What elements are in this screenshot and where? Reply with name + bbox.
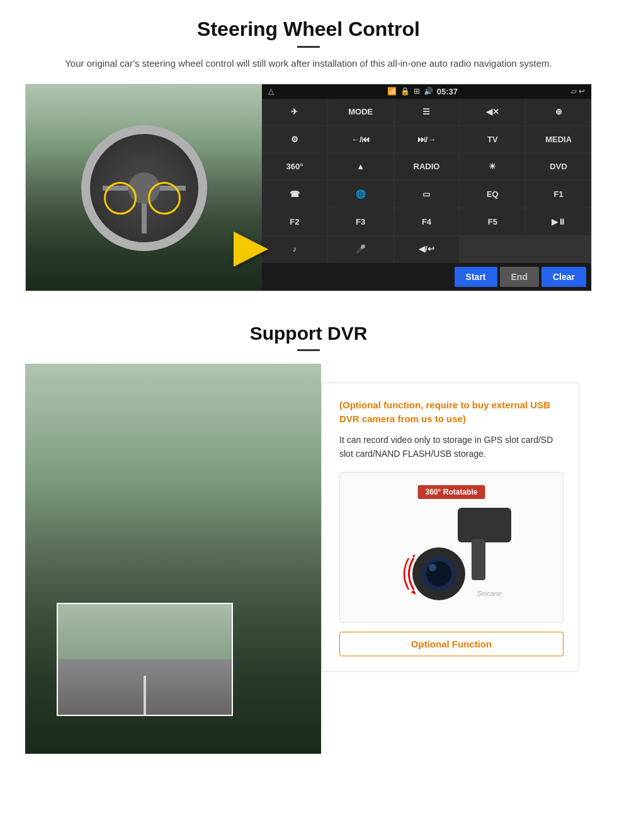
dvr-inset-image	[57, 603, 233, 716]
end-button[interactable]: End	[500, 267, 539, 287]
ui-btn-internet[interactable]: 🌐	[328, 181, 393, 208]
ui-btn-mic[interactable]: 🎤	[328, 236, 393, 263]
lock-icon: 🔒	[400, 87, 410, 96]
volume-icon: 🔊	[424, 87, 433, 96]
ui-btn-f3[interactable]: F3	[328, 208, 393, 235]
arrow-shape	[234, 232, 268, 267]
ui-btn-f4[interactable]: F4	[394, 208, 460, 235]
watermark: Seicane	[477, 590, 502, 597]
ui-btn-nav[interactable]: ✈	[262, 99, 327, 126]
camera-illustration-box: 360° Rotatable	[339, 472, 563, 623]
ui-btn-music[interactable]: ♪	[262, 236, 327, 263]
status-time: 05:37	[437, 87, 458, 96]
page-title: Steering Wheel Control	[25, 18, 592, 41]
inset-road	[58, 659, 232, 715]
dvr-optional-notice: (Optional function, require to buy exter…	[339, 398, 563, 427]
rotatable-badge: 360° Rotatable	[418, 485, 485, 499]
ui-btn-mute[interactable]: ◀✕	[460, 99, 525, 126]
dvr-container: (Optional function, require to buy exter…	[25, 364, 592, 754]
svg-point-5	[429, 564, 436, 571]
status-icons-group: 📶 🔒 ⊞ 🔊 05:37	[387, 87, 458, 96]
dvr-description: It can record video only to storage in G…	[339, 433, 563, 461]
direction-arrow	[234, 232, 268, 267]
highlight-circle-left	[104, 182, 137, 215]
window-controls: ▱ ↩	[571, 87, 585, 96]
ui-btn-mode[interactable]: MODE	[328, 99, 393, 126]
steering-wheel	[81, 125, 207, 251]
dvr-title-divider	[297, 349, 320, 351]
ui-btn-window[interactable]: ▭	[394, 181, 460, 208]
ui-control-panel: △ 📶 🔒 ⊞ 🔊 05:37 ▱ ↩ ✈ MODE ☰	[262, 84, 591, 291]
camera-svg	[395, 501, 521, 608]
support-dvr-section: Support DVR (Optional function, require …	[0, 304, 617, 754]
home-icon: △	[268, 87, 274, 96]
ui-btn-radio[interactable]: RADIO	[394, 154, 460, 181]
ui-btn-settings[interactable]: ⚙	[262, 126, 327, 153]
ui-btn-playpause[interactable]: ▶⏸	[526, 208, 591, 235]
ui-btn-tv[interactable]: TV	[460, 126, 525, 153]
svg-rect-1	[472, 539, 485, 580]
dvr-info-card: (Optional function, require to buy exter…	[321, 383, 579, 673]
button-grid: ✈ MODE ☰ ◀✕ ⊕ ⚙ ←/⏮ ⏭/→ TV MEDIA 360° ▲ …	[262, 99, 591, 263]
ui-btn-f2[interactable]: F2	[262, 208, 327, 235]
ui-btn-next[interactable]: ⏭/→	[394, 126, 460, 153]
ui-btn-eq[interactable]: EQ	[460, 181, 525, 208]
highlight-circle-right	[148, 182, 181, 215]
bottom-controls: Start End Clear	[262, 263, 591, 291]
steering-demo-container: △ 📶 🔒 ⊞ 🔊 05:37 ▱ ↩ ✈ MODE ☰	[25, 84, 592, 291]
camera-svg-area: Seicane	[395, 501, 508, 602]
title-divider	[297, 46, 320, 48]
start-button[interactable]: Start	[455, 267, 497, 287]
ui-btn-f1[interactable]: F1	[526, 181, 591, 208]
section-subtitle: Your original car's steering wheel contr…	[50, 57, 567, 71]
ui-btn-apps[interactable]: ⊕	[526, 99, 591, 126]
optional-function-button[interactable]: Optional Function	[339, 632, 563, 656]
ui-btn-menu[interactable]: ☰	[394, 99, 460, 126]
back-icon: ↩	[579, 87, 585, 96]
spoke-bottom	[142, 202, 147, 233]
ui-btn-media[interactable]: MEDIA	[526, 126, 591, 153]
steering-wheel-section: Steering Wheel Control Your original car…	[0, 0, 617, 304]
ui-btn-f5[interactable]: F5	[460, 208, 525, 235]
ui-btn-phone[interactable]: ☎	[262, 181, 327, 208]
steering-wheel-photo	[26, 84, 262, 291]
ui-btn-dvd[interactable]: DVD	[526, 154, 591, 181]
ui-btn-prev[interactable]: ←/⏮	[328, 126, 393, 153]
ui-btn-360[interactable]: 360°	[262, 154, 327, 181]
ui-btn-brightness[interactable]: ☀	[460, 154, 525, 181]
bottom-gap	[0, 754, 617, 779]
grid-icon: ⊞	[414, 87, 420, 96]
wifi-icon: 📶	[387, 87, 397, 96]
ui-btn-eject[interactable]: ▲	[328, 154, 393, 181]
ui-btn-voldown[interactable]: ◀/↩	[394, 236, 460, 263]
status-bar: △ 📶 🔒 ⊞ 🔊 05:37 ▱ ↩	[262, 84, 591, 99]
minimize-icon: ▱	[571, 87, 577, 96]
svg-rect-0	[458, 508, 511, 542]
dvr-footage-area	[25, 364, 321, 754]
clear-button[interactable]: Clear	[541, 267, 586, 287]
dvr-title: Support DVR	[25, 323, 592, 344]
